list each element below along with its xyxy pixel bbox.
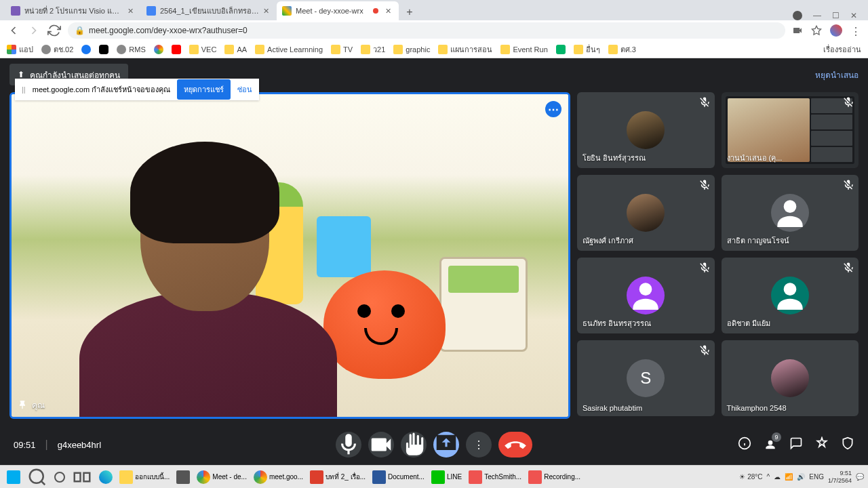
muted-icon	[842, 96, 854, 108]
stop-presenting-button[interactable]: หยุดนำเสนอ	[815, 68, 859, 81]
participant-tile[interactable]: ธนภัทร อินทรสุวรรณ	[577, 258, 715, 333]
self-label: คุณ	[17, 399, 45, 411]
bookmark-item[interactable]: อื่นๆ	[574, 43, 600, 56]
participant-tile[interactable]: Thikamphon 2548	[722, 340, 859, 416]
taskbar-app[interactable]	[174, 467, 193, 487]
bookmark-item[interactable]: RMS	[117, 45, 145, 54]
tray-language[interactable]: ENG	[809, 473, 824, 481]
taskbar-app[interactable]: TechSmith...	[466, 467, 524, 487]
people-button[interactable]: 9	[764, 436, 777, 453]
taskbar-app[interactable]	[96, 467, 115, 487]
tab-3[interactable]: Meet - dey-xxoe-wrx✕	[277, 1, 399, 20]
info-button[interactable]	[738, 436, 751, 453]
weather-widget[interactable]: ☀ 28°C	[739, 473, 762, 481]
new-tab-button[interactable]: +	[401, 4, 418, 20]
bookmark-item[interactable]: Active Learnning	[255, 45, 323, 54]
bookmark-item[interactable]	[99, 45, 108, 54]
hide-share-button[interactable]: ซ่อน	[237, 83, 252, 96]
present-button[interactable]	[433, 432, 459, 458]
cortana-button[interactable]	[52, 467, 68, 487]
tab-1[interactable]: หน่วยที่ 2 โปรแกรม Visio และการใช้...✕	[5, 1, 141, 20]
pause-icon: ||	[22, 85, 26, 94]
bookmark-item[interactable]: Event Run	[500, 45, 547, 54]
participant-tile[interactable]: อดิชาต มีแย้ม	[722, 258, 859, 333]
taskbar-app[interactable]: LINE	[429, 467, 465, 487]
menu-icon[interactable]: ⋮	[850, 25, 861, 36]
participant-tile[interactable]: งานนำเสนอ (คุ...	[722, 92, 859, 168]
lock-icon: 🔒	[75, 26, 85, 35]
host-controls-button[interactable]	[841, 436, 854, 453]
end-call-button[interactable]	[498, 432, 532, 458]
tile-more-button[interactable]: ⋯	[545, 101, 561, 117]
tab-2[interactable]: 2564_1_เขียนแบบอิเล็กทรอนิกส์ด้วย...✕	[141, 1, 277, 20]
windows-taskbar: ออกแบบนี้... Meet - de... meet.goo... บท…	[0, 465, 868, 488]
close-icon[interactable]: ✕	[127, 7, 136, 15]
profile-avatar[interactable]	[830, 24, 842, 37]
bookmark-item[interactable]: ตศ.3	[608, 43, 636, 56]
taskbar-app[interactable]: Recording...	[526, 467, 583, 487]
taskbar-app[interactable]: บทที่ 2_ เรื่อ...	[307, 467, 368, 487]
notifications-button[interactable]: 💬	[856, 473, 864, 481]
svg-point-4	[30, 469, 43, 483]
bookmark-item[interactable]	[172, 45, 181, 54]
svg-point-2	[783, 283, 796, 296]
forward-button[interactable]	[27, 24, 41, 37]
close-icon[interactable]: ✕	[385, 7, 393, 15]
participant-tile[interactable]: โยธิน อินทร์สุวรรณ	[577, 92, 715, 168]
svg-rect-5	[75, 472, 81, 481]
participant-tile[interactable]: สาธิต กาญจนโรจน์	[722, 175, 859, 251]
bookmark-item[interactable]	[154, 45, 163, 54]
tray-icon[interactable]: ☁	[774, 473, 781, 481]
reload-button[interactable]	[47, 24, 61, 37]
minimize-button[interactable]: —	[813, 11, 821, 20]
start-button[interactable]	[4, 467, 23, 487]
taskbar-app[interactable]: ออกแบบนี้...	[117, 467, 172, 487]
star-icon[interactable]	[811, 25, 822, 36]
raise-hand-button[interactable]	[401, 432, 427, 458]
camera-icon[interactable]	[792, 25, 803, 36]
bookmark-item[interactable]: VEC	[189, 45, 217, 54]
account-icon[interactable]	[793, 11, 802, 20]
more-options-button[interactable]: ⋮	[466, 432, 492, 458]
svg-rect-6	[84, 472, 90, 481]
address-bar[interactable]: 🔒 meet.google.com/dey-xxoe-wrx?authuser=…	[68, 22, 785, 39]
participant-tile[interactable]: SSasirak phutabtim	[577, 340, 715, 416]
tray-icon[interactable]: 📶	[785, 473, 793, 481]
bookmark-item[interactable]: AA	[224, 45, 247, 54]
bookmark-item[interactable]: ว21	[361, 43, 385, 56]
svg-point-1	[639, 283, 652, 296]
url-bar: 🔒 meet.google.com/dey-xxoe-wrx?authuser=…	[0, 20, 868, 41]
reading-list-button[interactable]: เรื่องรออ่าน	[819, 43, 861, 56]
search-button[interactable]	[24, 467, 50, 487]
bookmark-item[interactable]: แผนการสอน	[438, 43, 492, 56]
taskbar-app[interactable]: Meet - de...	[194, 467, 250, 487]
bookmark-item[interactable]: TV	[331, 45, 353, 54]
close-icon[interactable]: ✕	[263, 7, 271, 15]
url-text: meet.google.com/dey-xxoe-wrx?authuser=0	[89, 26, 248, 35]
mic-button[interactable]	[336, 432, 361, 458]
bookmark-item[interactable]: ตช.02	[41, 43, 73, 56]
chat-button[interactable]	[789, 436, 803, 453]
back-button[interactable]	[7, 24, 20, 37]
activities-button[interactable]	[815, 436, 829, 453]
tray-chevron-icon[interactable]: ^	[767, 473, 770, 481]
participant-tile[interactable]: ณัฐพงศ์ เกรีภาศ	[577, 175, 715, 251]
bookmark-item[interactable]: graphic	[393, 45, 430, 54]
bookmark-item[interactable]	[556, 45, 566, 54]
participant-name: ณัฐพงศ์ เกรีภาศ	[583, 235, 633, 247]
task-view-button[interactable]	[69, 467, 95, 487]
muted-icon	[698, 179, 711, 191]
tray-volume-icon[interactable]: 🔊	[797, 473, 805, 481]
close-window-button[interactable]: ✕	[850, 11, 857, 20]
maximize-button[interactable]: ☐	[832, 11, 840, 20]
pin-icon	[17, 400, 28, 411]
taskbar-app[interactable]: meet.goo...	[251, 467, 306, 487]
bookmark-item[interactable]	[81, 45, 91, 54]
taskbar-clock[interactable]: 9:511/7/2564	[828, 470, 852, 485]
stop-share-button[interactable]: หยุดการแชร์	[177, 79, 231, 100]
camera-button[interactable]	[368, 432, 394, 458]
muted-icon	[698, 344, 711, 357]
taskbar-app[interactable]: Document...	[370, 467, 427, 487]
apps-button[interactable]: แอป	[7, 43, 33, 56]
main-video-tile[interactable]: ⋯ คุณ	[9, 92, 570, 419]
